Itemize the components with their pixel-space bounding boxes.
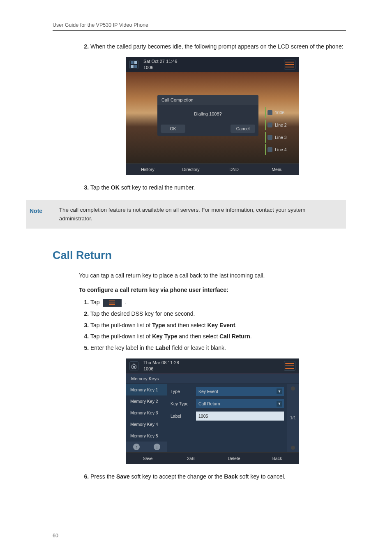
line-key-4[interactable]: Line 4: [265, 144, 297, 155]
nav-up-button[interactable]: ↑: [126, 442, 147, 452]
dss-menu-icon[interactable]: [103, 299, 122, 307]
ss2-datetime: Thu Mar 08 11:28: [143, 360, 179, 365]
section-title-call-return: Call Return: [53, 249, 346, 262]
ss2-title: Memory Keys: [126, 373, 299, 384]
ss2-ext: 1006: [143, 366, 179, 372]
step-2: When the called party becomes idle, the …: [90, 42, 346, 51]
note-label: Note: [26, 206, 59, 223]
screenshot-call-completion: Sat Oct 27 11:49 1006 Call Completion Di…: [126, 57, 299, 175]
softkey-back[interactable]: Back: [256, 456, 299, 461]
page-number: 60: [53, 533, 58, 539]
softkey-directory[interactable]: Directory: [169, 167, 212, 172]
scroll-down-icon[interactable]: [291, 446, 295, 450]
pager-text: 1/1: [290, 416, 296, 420]
memory-key-1[interactable]: Memory Key 1: [126, 384, 167, 395]
line-key-3[interactable]: Line 3: [265, 132, 297, 143]
type-label: Type: [171, 389, 196, 394]
softkey-2ab[interactable]: 2aB: [169, 456, 212, 461]
scroll-up-icon[interactable]: [291, 386, 295, 391]
label-label: Label: [171, 414, 196, 419]
call-return-intro: You can tap a call return key to place a…: [79, 271, 346, 280]
softkey-dnd[interactable]: DND: [212, 167, 256, 172]
ok-button[interactable]: OK: [161, 125, 185, 133]
step-r2: Tap the desired DSS key for one second.: [90, 310, 346, 319]
chevron-down-icon: ▼: [277, 401, 282, 407]
step-r4: Tap the pull-down list of Key Type and t…: [90, 332, 346, 341]
menu-icon[interactable]: [284, 361, 295, 371]
label-input[interactable]: 1005: [196, 412, 284, 421]
step-r3: Tap the pull-down list of Type and then …: [90, 321, 346, 330]
memory-key-5[interactable]: Memory Key 5: [126, 430, 167, 442]
softkey-save[interactable]: Save: [126, 456, 169, 461]
dialog-body: Dialing 1008?: [157, 105, 258, 123]
nav-down-button[interactable]: ↓: [147, 442, 167, 452]
call-completion-dialog: Call Completion Dialing 1008? OK Cancel: [157, 95, 258, 136]
keytype-select[interactable]: Call Return▼: [196, 399, 284, 408]
memory-key-3[interactable]: Memory Key 3: [126, 407, 167, 419]
note-box: Note The call completion feature is not …: [26, 200, 346, 229]
apps-icon[interactable]: [129, 60, 138, 69]
step-r5: Enter the key label in the Label field o…: [90, 344, 346, 353]
softkey-delete[interactable]: Delete: [212, 456, 256, 461]
chevron-down-icon: ▼: [277, 388, 282, 394]
dialog-title: Call Completion: [157, 95, 258, 105]
configure-subhead: To configure a call return key via phone…: [79, 287, 346, 293]
screenshot-memory-keys: Thu Mar 08 11:28 1006 Memory Keys Memory…: [126, 358, 299, 464]
step-r1: Tap .: [90, 298, 346, 307]
cancel-button[interactable]: Cancel: [231, 125, 255, 133]
ss1-datetime: Sat Oct 27 11:49: [143, 58, 178, 64]
page-header: User Guide for the VP530 IP Video Phone: [53, 22, 346, 31]
ss1-ext: 1006: [143, 65, 178, 70]
home-icon[interactable]: [129, 361, 138, 370]
line-key-1[interactable]: 1006: [265, 107, 297, 118]
note-text: The call completion feature is not avail…: [59, 206, 339, 223]
step-3: Tap the OK soft key to redial the number…: [90, 183, 346, 192]
softkey-history[interactable]: History: [126, 167, 169, 172]
step-6: Press the Save soft key to accept the ch…: [90, 472, 346, 481]
keytype-label: Key Type: [171, 401, 196, 406]
softkey-menu[interactable]: Menu: [256, 167, 299, 172]
menu-icon[interactable]: [284, 60, 295, 69]
line-key-2[interactable]: Line 2: [265, 120, 297, 130]
type-select[interactable]: Key Event▼: [196, 387, 284, 396]
memory-key-2[interactable]: Memory Key 2: [126, 395, 167, 407]
memory-key-4[interactable]: Memory Key 4: [126, 419, 167, 430]
